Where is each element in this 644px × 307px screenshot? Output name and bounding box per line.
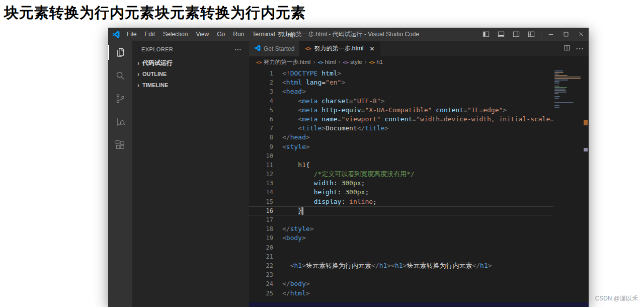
code-line-24[interactable]: 24</body> <box>249 279 553 288</box>
code-line-13[interactable]: 13 width: 300px; <box>249 179 553 188</box>
breadcrumb-item-1[interactable]: <>html <box>317 59 336 65</box>
activitybar-source-control-icon[interactable] <box>108 87 132 110</box>
code-line-9[interactable]: 9<style> <box>249 142 553 151</box>
code-line-11[interactable]: 11 h1{ <box>249 161 553 170</box>
line-number[interactable]: 12 <box>249 170 273 179</box>
line-number[interactable]: 20 <box>249 243 273 252</box>
line-number[interactable]: 25 <box>249 289 273 298</box>
code-line-10[interactable]: 10 <box>249 151 553 161</box>
minimap-line <box>554 84 556 85</box>
layout-sidebar-right-icon[interactable] <box>509 28 524 41</box>
minimap[interactable] <box>553 67 583 302</box>
tab-1[interactable]: <>努力的第一步.html✕ <box>300 41 380 56</box>
code-line-17[interactable]: 17 <box>249 215 553 224</box>
line-number[interactable]: 8 <box>249 133 273 142</box>
sidebar-section-代码试运行[interactable]: ›代码试运行 <box>132 57 249 68</box>
chevron-right-icon: › <box>364 58 368 65</box>
line-number[interactable]: 23 <box>249 270 273 279</box>
menu-selection[interactable]: Selection <box>159 28 192 41</box>
minimap-line <box>554 90 566 91</box>
menu-terminal[interactable]: Terminal <box>248 28 279 41</box>
code-line-23[interactable]: 23 <box>249 270 553 279</box>
line-number[interactable]: 22 <box>249 261 273 270</box>
code-line-15[interactable]: 15 display: inline; <box>249 197 553 206</box>
code-line-19[interactable]: 19<body> <box>249 234 553 243</box>
code-line-16[interactable]: 16 } <box>249 206 553 215</box>
code-line-18[interactable]: 18</style> <box>249 224 553 234</box>
layout-panel-icon[interactable] <box>494 28 509 41</box>
code-line-25[interactable]: 25</html> <box>249 289 553 298</box>
activitybar-run-debug-icon[interactable] <box>108 110 132 133</box>
line-number[interactable]: 19 <box>249 234 273 243</box>
line-content: <style> <box>282 142 310 151</box>
code-editor[interactable]: 1<!DOCTYPE html>2<html lang="en">3<head>… <box>249 67 553 302</box>
tab-0[interactable]: Get Started <box>249 41 300 56</box>
line-number[interactable]: 11 <box>249 161 273 170</box>
vscode-logo-icon <box>112 31 120 38</box>
line-number[interactable]: 2 <box>249 78 273 87</box>
code-line-3[interactable]: 3<head> <box>249 87 553 96</box>
sidebar-section-outline[interactable]: ›OUTLINE <box>132 68 249 80</box>
minimap-line <box>554 93 558 94</box>
line-content: h1{ <box>282 161 310 170</box>
breadcrumb-item-2[interactable]: <>style <box>343 59 362 65</box>
line-number[interactable]: 10 <box>249 151 273 161</box>
menu-go[interactable]: Go <box>213 28 229 41</box>
layout-sidebar-icon[interactable] <box>478 28 494 41</box>
layout-customize-icon[interactable] <box>524 28 539 41</box>
line-number[interactable]: 4 <box>249 97 273 106</box>
close-tab-icon[interactable]: ✕ <box>369 45 374 52</box>
section-label: TIMELINE <box>142 82 168 88</box>
menu-help[interactable]: Help <box>279 28 300 41</box>
minimize-button[interactable] <box>543 28 558 41</box>
line-number[interactable]: 7 <box>249 124 273 133</box>
code-line-8[interactable]: 8</head> <box>249 133 553 142</box>
status-strip <box>249 302 589 307</box>
overview-ruler-scrollbar[interactable] <box>583 67 589 302</box>
line-number[interactable]: 14 <box>249 188 273 197</box>
activitybar-extensions-icon[interactable] <box>108 133 132 157</box>
close-button[interactable] <box>574 28 589 41</box>
line-number[interactable]: 17 <box>249 215 273 224</box>
line-number[interactable]: 6 <box>249 115 273 124</box>
activitybar-explorer-icon[interactable] <box>108 41 132 64</box>
menu-run[interactable]: Run <box>229 28 248 41</box>
line-number[interactable]: 16 <box>249 206 273 215</box>
code-line-12[interactable]: 12 /*定义可以看到宽度高度没有用*/ <box>249 170 553 179</box>
code-line-1[interactable]: 1<!DOCTYPE html> <box>249 69 553 78</box>
line-number[interactable]: 13 <box>249 179 273 188</box>
maximize-button[interactable] <box>558 28 574 41</box>
chevron-right-icon: › <box>312 58 316 65</box>
line-number[interactable]: 1 <box>249 69 273 78</box>
code-line-4[interactable]: 4 <meta charset="UTF-8"> <box>249 97 553 106</box>
more-actions-icon[interactable]: ⋯ <box>234 45 242 53</box>
line-content: height: 300px; <box>282 188 369 197</box>
line-number[interactable]: 3 <box>249 87 273 96</box>
code-line-6[interactable]: 6 <meta name="viewport" content="width=d… <box>249 115 553 124</box>
code-line-5[interactable]: 5 <meta http-equiv="X-UA-Compatible" con… <box>249 106 553 115</box>
sidebar-section-timeline[interactable]: ›TIMELINE <box>132 80 249 91</box>
code-line-22[interactable]: 22 <h1>块元素转换为行内元素</h1><h1>块元素转换为行内元素</h1… <box>249 261 553 270</box>
code-line-21[interactable]: 21 <box>249 252 553 261</box>
line-number[interactable]: 15 <box>249 197 273 206</box>
split-editor-icon[interactable] <box>564 44 571 53</box>
menu-view[interactable]: View <box>192 28 213 41</box>
menu-file[interactable]: File <box>123 28 140 41</box>
menu-edit[interactable]: Edit <box>140 28 159 41</box>
minimap-line <box>554 73 559 74</box>
line-number[interactable]: 5 <box>249 106 273 115</box>
code-line-7[interactable]: 7 <title>Document</title> <box>249 124 553 133</box>
breadcrumb-item-3[interactable]: <>h1 <box>369 59 383 65</box>
code-line-14[interactable]: 14 height: 300px; <box>249 188 553 197</box>
breadcrumb-item-0[interactable]: <>努力的第一步.html <box>256 58 310 66</box>
page: 块元素转换为行内元素块元素转换为行内元素 FileEditSelectionVi… <box>0 0 644 307</box>
line-number[interactable]: 9 <box>249 142 273 151</box>
line-number[interactable]: 24 <box>249 279 273 288</box>
more-actions-icon[interactable]: ⋯ <box>576 44 584 53</box>
breadcrumb-label: h1 <box>376 59 383 65</box>
line-number[interactable]: 21 <box>249 252 273 261</box>
activitybar-search-icon[interactable] <box>108 64 132 87</box>
line-number[interactable]: 18 <box>249 224 273 234</box>
code-line-2[interactable]: 2<html lang="en"> <box>249 78 553 87</box>
code-line-20[interactable]: 20 <box>249 243 553 252</box>
